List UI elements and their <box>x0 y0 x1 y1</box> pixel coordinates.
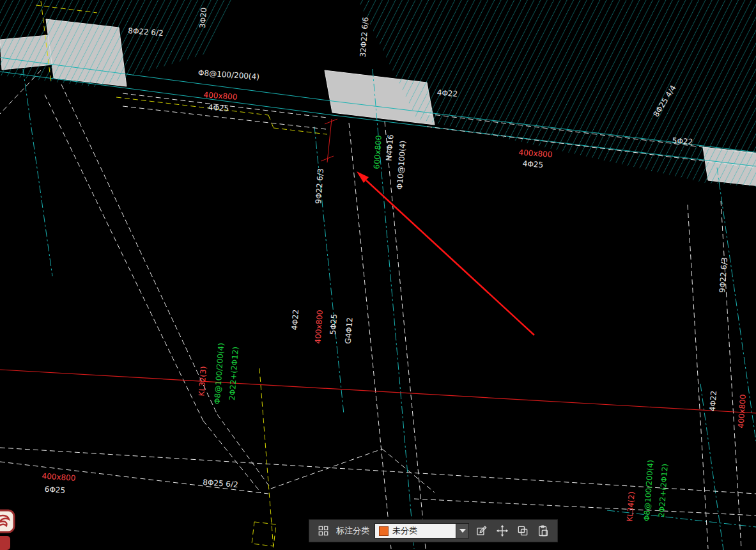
app-logo[interactable] <box>0 509 15 550</box>
move-button[interactable] <box>495 522 510 539</box>
edit-annotation-button[interactable] <box>474 522 490 539</box>
category-dropdown-value: 未分类 <box>392 525 456 537</box>
move-arrows-icon <box>496 524 509 537</box>
category-color-swatch <box>379 526 389 536</box>
hatch-region <box>0 0 233 87</box>
annotation-toolbar: 标注分类 未分类 <box>309 519 558 542</box>
copy-button[interactable] <box>515 522 530 539</box>
drawing-layer <box>0 0 756 550</box>
category-label: 标注分类 <box>336 525 369 537</box>
paste-button[interactable] <box>536 522 551 539</box>
grid-2x2-icon[interactable] <box>316 522 331 539</box>
edit-pencil-icon <box>475 524 488 537</box>
red-arrow-annotation[interactable] <box>357 171 534 335</box>
dropdown-arrow-icon[interactable] <box>456 524 468 538</box>
cad-canvas[interactable]: 8Φ22 6/23Φ20Φ8@100/200(4)400x8004Φ2532Φ2… <box>0 0 756 550</box>
copy-icon <box>516 524 529 537</box>
hatch-region <box>358 0 756 187</box>
category-dropdown[interactable]: 未分类 <box>374 523 469 538</box>
app-logo-icon <box>0 509 15 550</box>
paste-clipboard-icon <box>537 524 550 537</box>
